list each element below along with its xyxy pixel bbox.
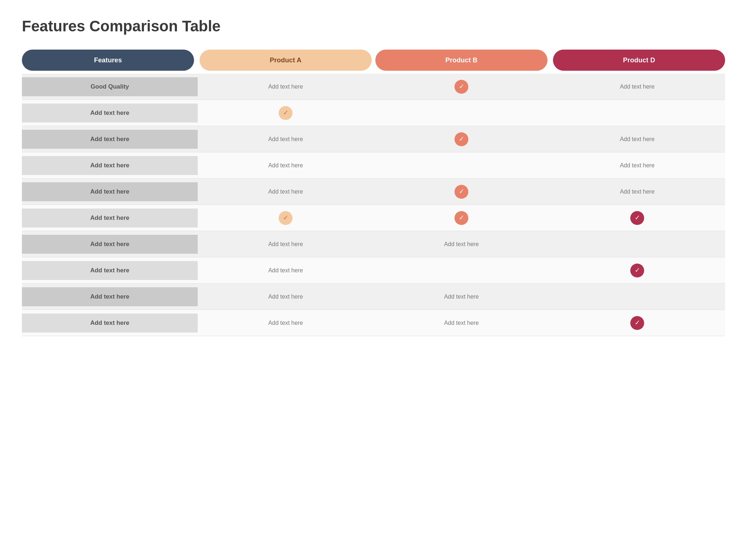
table-row: Add text hereAdd text hereAdd text here (22, 152, 725, 179)
cell-text: Add text here (198, 78, 374, 96)
comparison-table: Features Product A Product B Product D G… (22, 50, 725, 336)
cell-text: Add text here (374, 235, 549, 253)
table-row: Add text here✓✓✓ (22, 205, 725, 231)
cell-text: Add text here (549, 183, 725, 201)
check-icon: ✓ (454, 80, 468, 94)
table-row: Add text hereAdd text here✓Add text here (22, 179, 725, 205)
cell-feature-label: Add text here (22, 182, 198, 201)
check-icon: ✓ (454, 132, 468, 146)
table-row: Good QualityAdd text here✓Add text here (22, 74, 725, 100)
table-row: Add text hereAdd text here✓ (22, 257, 725, 284)
check-icon: ✓ (630, 211, 644, 225)
cell-check: ✓ (198, 205, 374, 231)
table-row: Add text here✓ (22, 100, 725, 126)
cell-feature-label: Add text here (22, 104, 198, 122)
cell-feature-label: Add text here (22, 209, 198, 228)
check-icon: ✓ (630, 264, 644, 277)
cell-text: Add text here (198, 235, 374, 253)
cell-empty (549, 238, 725, 250)
table-row: Add text hereAdd text hereAdd text here (22, 284, 725, 310)
cell-check: ✓ (549, 258, 725, 283)
cell-check: ✓ (374, 179, 549, 205)
cell-feature-label: Good Quality (22, 77, 198, 96)
table-row: Add text hereAdd text hereAdd text here (22, 231, 725, 257)
cell-text: Add text here (549, 78, 725, 96)
cell-text: Add text here (198, 130, 374, 148)
header-product-a: Product A (200, 50, 372, 71)
cell-check: ✓ (549, 205, 725, 231)
cell-text: Add text here (198, 183, 374, 201)
check-icon: ✓ (454, 211, 468, 225)
cell-empty (374, 107, 549, 119)
cell-feature-label: Add text here (22, 314, 198, 332)
cell-feature-label: Add text here (22, 261, 198, 280)
cell-text: Add text here (198, 288, 374, 306)
cell-text: Add text here (374, 314, 549, 332)
check-icon: ✓ (279, 106, 293, 120)
check-icon: ✓ (630, 316, 644, 330)
cell-empty (549, 107, 725, 119)
cell-text: Add text here (374, 288, 549, 306)
cell-check: ✓ (374, 127, 549, 152)
page-title: Features Comparison Table (22, 18, 725, 35)
table-row: Add text hereAdd text here✓Add text here (22, 126, 725, 152)
cell-feature-label: Add text here (22, 130, 198, 149)
cell-empty (374, 265, 549, 276)
cell-empty (549, 291, 725, 303)
cell-feature-label: Add text here (22, 235, 198, 254)
cell-feature-label: Add text here (22, 156, 198, 175)
cell-feature-label: Add text here (22, 287, 198, 306)
cell-text: Add text here (198, 261, 374, 280)
check-icon: ✓ (454, 185, 468, 199)
cell-check: ✓ (374, 74, 549, 100)
cell-empty (374, 160, 549, 171)
header-features: Features (22, 50, 194, 71)
cell-text: Add text here (549, 130, 725, 148)
table-body: Good QualityAdd text here✓Add text hereA… (22, 74, 725, 336)
cell-text: Add text here (198, 156, 374, 175)
header-product-d: Product D (553, 50, 725, 71)
check-icon: ✓ (279, 211, 293, 225)
cell-text: Add text here (198, 314, 374, 332)
cell-check: ✓ (549, 310, 725, 336)
cell-text: Add text here (549, 156, 725, 175)
header-product-b: Product B (375, 50, 547, 71)
table-header: Features Product A Product B Product D (22, 50, 725, 71)
cell-check: ✓ (374, 205, 549, 231)
table-row: Add text hereAdd text hereAdd text here✓ (22, 310, 725, 336)
cell-check: ✓ (198, 100, 374, 126)
